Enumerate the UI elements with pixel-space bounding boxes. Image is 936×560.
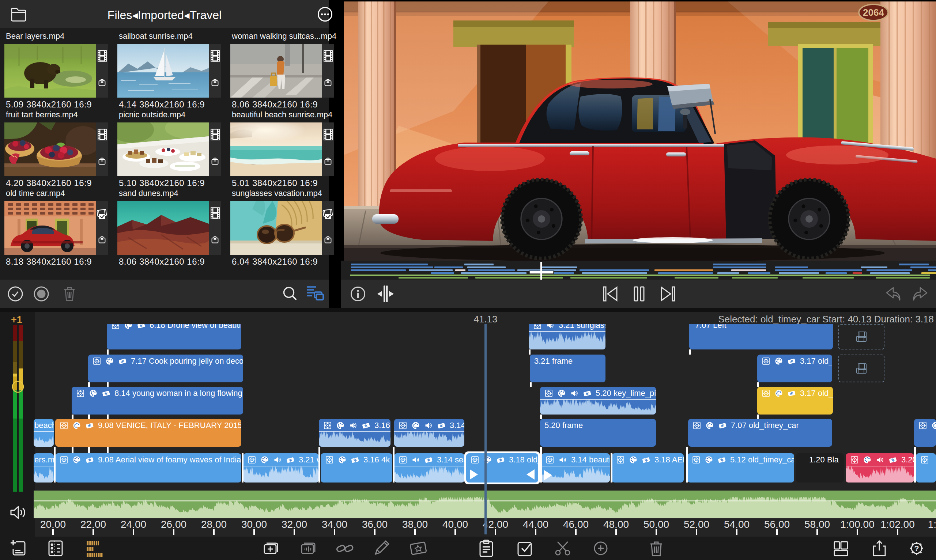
svg-text:2064: 2064 xyxy=(863,7,884,18)
svg-text:?: ? xyxy=(914,544,919,553)
